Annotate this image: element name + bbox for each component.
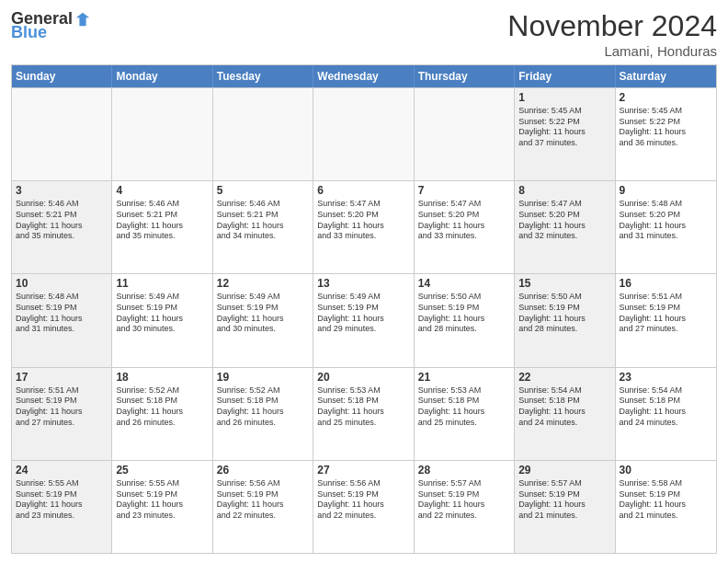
day-info: Sunrise: 5:56 AM Sunset: 5:19 PM Dayligh… [317,478,409,522]
day-info: Sunrise: 5:51 AM Sunset: 5:19 PM Dayligh… [620,292,712,335]
day-cell-29: 29Sunrise: 5:57 AM Sunset: 5:19 PM Dayli… [515,461,615,553]
day-number: 3 [16,184,108,197]
day-number: 25 [116,464,208,477]
day-number: 27 [317,464,409,477]
title-block: November 2024 Lamani, Honduras [507,9,717,59]
location-text: Lamani, Honduras [507,43,717,59]
calendar-row-2: 3Sunrise: 5:46 AM Sunset: 5:21 PM Daylig… [12,180,716,273]
empty-cell-r0c0 [12,88,112,180]
day-number: 20 [317,371,409,384]
weekday-header-friday: Friday [515,65,615,87]
day-number: 10 [16,277,108,290]
day-number: 13 [317,277,409,290]
day-cell-14: 14Sunrise: 5:50 AM Sunset: 5:19 PM Dayli… [415,274,515,366]
day-cell-25: 25Sunrise: 5:55 AM Sunset: 5:19 PM Dayli… [112,461,212,553]
day-number: 6 [317,184,409,197]
calendar-row-5: 24Sunrise: 5:55 AM Sunset: 5:19 PM Dayli… [12,460,716,553]
day-info: Sunrise: 5:49 AM Sunset: 5:19 PM Dayligh… [217,292,309,335]
weekday-header-thursday: Thursday [415,65,515,87]
day-cell-2: 2Sunrise: 5:45 AM Sunset: 5:22 PM Daylig… [616,88,716,180]
empty-cell-r0c3 [313,88,414,180]
day-number: 28 [418,464,510,477]
day-cell-24: 24Sunrise: 5:55 AM Sunset: 5:19 PM Dayli… [12,461,112,553]
day-info: Sunrise: 5:55 AM Sunset: 5:19 PM Dayligh… [16,478,108,522]
day-number: 24 [16,464,108,477]
day-info: Sunrise: 5:48 AM Sunset: 5:19 PM Dayligh… [16,292,108,335]
day-cell-12: 12Sunrise: 5:49 AM Sunset: 5:19 PM Dayli… [213,274,313,366]
day-cell-27: 27Sunrise: 5:56 AM Sunset: 5:19 PM Dayli… [313,461,414,553]
weekday-header-sunday: Sunday [12,65,112,87]
page-container: General Blue November 2024 Lamani, Hondu… [0,0,728,563]
logo-blue-text: Blue [11,23,47,42]
day-cell-26: 26Sunrise: 5:56 AM Sunset: 5:19 PM Dayli… [213,461,313,553]
day-cell-8: 8Sunrise: 5:47 AM Sunset: 5:20 PM Daylig… [515,181,615,273]
weekday-header-monday: Monday [112,65,212,87]
weekday-header-tuesday: Tuesday [213,65,313,87]
day-info: Sunrise: 5:56 AM Sunset: 5:19 PM Dayligh… [217,478,309,522]
day-info: Sunrise: 5:47 AM Sunset: 5:20 PM Dayligh… [418,199,510,242]
day-cell-11: 11Sunrise: 5:49 AM Sunset: 5:19 PM Dayli… [112,274,212,366]
calendar-row-1: 1Sunrise: 5:45 AM Sunset: 5:22 PM Daylig… [12,87,716,180]
day-info: Sunrise: 5:53 AM Sunset: 5:18 PM Dayligh… [418,385,510,429]
day-info: Sunrise: 5:48 AM Sunset: 5:20 PM Dayligh… [620,199,712,242]
calendar-row-3: 10Sunrise: 5:48 AM Sunset: 5:19 PM Dayli… [12,273,716,366]
day-info: Sunrise: 5:52 AM Sunset: 5:18 PM Dayligh… [217,385,309,429]
day-info: Sunrise: 5:50 AM Sunset: 5:19 PM Dayligh… [518,292,610,335]
day-info: Sunrise: 5:49 AM Sunset: 5:19 PM Dayligh… [116,292,208,335]
day-cell-10: 10Sunrise: 5:48 AM Sunset: 5:19 PM Dayli… [12,274,112,366]
day-number: 12 [217,277,309,290]
day-cell-3: 3Sunrise: 5:46 AM Sunset: 5:21 PM Daylig… [12,181,112,273]
day-cell-13: 13Sunrise: 5:49 AM Sunset: 5:19 PM Dayli… [313,274,414,366]
day-number: 4 [116,184,208,197]
day-info: Sunrise: 5:54 AM Sunset: 5:18 PM Dayligh… [518,385,610,429]
day-info: Sunrise: 5:46 AM Sunset: 5:21 PM Dayligh… [116,199,208,242]
day-number: 15 [518,277,610,290]
day-info: Sunrise: 5:46 AM Sunset: 5:21 PM Dayligh… [217,199,309,242]
day-number: 8 [518,184,610,197]
day-info: Sunrise: 5:49 AM Sunset: 5:19 PM Dayligh… [317,292,409,335]
day-cell-18: 18Sunrise: 5:52 AM Sunset: 5:18 PM Dayli… [112,368,212,460]
day-info: Sunrise: 5:52 AM Sunset: 5:18 PM Dayligh… [116,385,208,429]
month-title: November 2024 [507,9,717,43]
logo-flag-icon [74,11,91,28]
day-info: Sunrise: 5:45 AM Sunset: 5:22 PM Dayligh… [518,106,610,149]
day-info: Sunrise: 5:57 AM Sunset: 5:19 PM Dayligh… [418,478,510,522]
day-number: 21 [418,371,510,384]
day-cell-23: 23Sunrise: 5:54 AM Sunset: 5:18 PM Dayli… [616,368,716,460]
day-cell-1: 1Sunrise: 5:45 AM Sunset: 5:22 PM Daylig… [515,88,615,180]
day-info: Sunrise: 5:50 AM Sunset: 5:19 PM Dayligh… [418,292,510,335]
day-number: 18 [116,371,208,384]
day-number: 5 [217,184,309,197]
day-number: 11 [116,277,208,290]
calendar-header: SundayMondayTuesdayWednesdayThursdayFrid… [12,65,716,87]
day-cell-6: 6Sunrise: 5:47 AM Sunset: 5:20 PM Daylig… [313,181,414,273]
day-number: 1 [518,91,610,104]
day-number: 9 [620,184,712,197]
day-cell-17: 17Sunrise: 5:51 AM Sunset: 5:19 PM Dayli… [12,368,112,460]
day-cell-16: 16Sunrise: 5:51 AM Sunset: 5:19 PM Dayli… [616,274,716,366]
day-number: 14 [418,277,510,290]
day-number: 30 [620,464,712,477]
day-cell-5: 5Sunrise: 5:46 AM Sunset: 5:21 PM Daylig… [213,181,313,273]
day-number: 17 [16,371,108,384]
day-info: Sunrise: 5:45 AM Sunset: 5:22 PM Dayligh… [620,106,712,149]
day-info: Sunrise: 5:46 AM Sunset: 5:21 PM Dayligh… [16,199,108,242]
weekday-header-saturday: Saturday [616,65,716,87]
weekday-header-wednesday: Wednesday [313,65,414,87]
day-cell-21: 21Sunrise: 5:53 AM Sunset: 5:18 PM Dayli… [415,368,515,460]
empty-cell-r0c1 [112,88,212,180]
svg-marker-0 [76,12,89,25]
day-cell-15: 15Sunrise: 5:50 AM Sunset: 5:19 PM Dayli… [515,274,615,366]
day-info: Sunrise: 5:53 AM Sunset: 5:18 PM Dayligh… [317,385,409,429]
logo: General Blue [11,9,91,42]
day-info: Sunrise: 5:47 AM Sunset: 5:20 PM Dayligh… [317,199,409,242]
day-info: Sunrise: 5:51 AM Sunset: 5:19 PM Dayligh… [16,385,108,429]
day-info: Sunrise: 5:57 AM Sunset: 5:19 PM Dayligh… [518,478,610,522]
day-info: Sunrise: 5:54 AM Sunset: 5:18 PM Dayligh… [620,385,712,429]
empty-cell-r0c4 [415,88,515,180]
header: General Blue November 2024 Lamani, Hondu… [11,9,717,59]
day-number: 2 [620,91,712,104]
day-cell-19: 19Sunrise: 5:52 AM Sunset: 5:18 PM Dayli… [213,368,313,460]
day-cell-28: 28Sunrise: 5:57 AM Sunset: 5:19 PM Dayli… [415,461,515,553]
calendar: SundayMondayTuesdayWednesdayThursdayFrid… [11,64,717,554]
